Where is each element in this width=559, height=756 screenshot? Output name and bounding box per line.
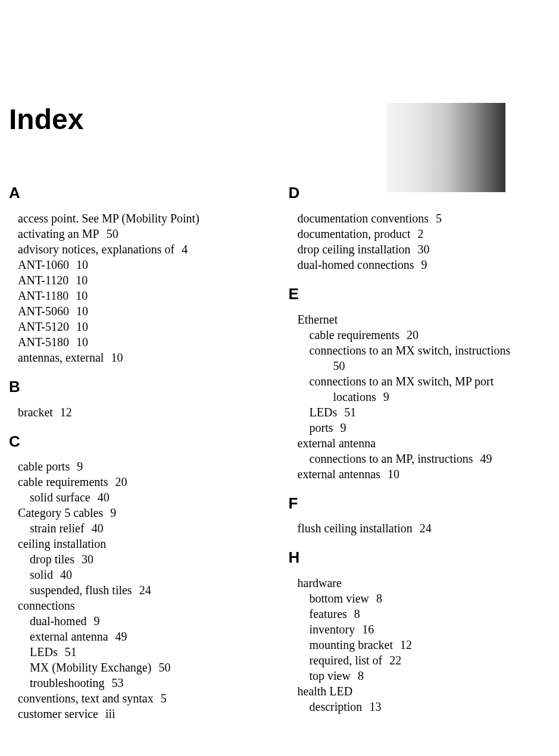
index-entry: conventions, text and syntax5 — [18, 691, 262, 706]
index-term: dual-homed — [30, 614, 87, 628]
index-entry: LEDs51 — [18, 644, 262, 660]
index-entry: features8 — [298, 606, 542, 622]
index-entry: ANT-518010 — [18, 334, 262, 350]
index-term: ANT-5180 — [18, 335, 69, 349]
index-term: external antenna — [298, 437, 376, 450]
index-page-ref: 40 — [60, 567, 72, 582]
index-entry: strain relief40 — [18, 520, 262, 536]
index-term: flush ceiling installation — [298, 522, 413, 535]
index-entry: MX (Mobility Exchange)50 — [18, 660, 262, 675]
index-term: connections to an MP, instructions — [310, 452, 473, 465]
index-term: bracket — [18, 406, 53, 419]
index-term: ANT-1180 — [18, 289, 68, 302]
index-columns: Aaccess point. See MP (Mobility Point)ac… — [18, 183, 541, 722]
index-entry: connections — [18, 598, 262, 613]
index-letter-heading: E — [289, 284, 542, 305]
index-term: cable requirements — [18, 475, 108, 488]
index-term: description — [310, 700, 363, 713]
index-letter-heading: B — [9, 377, 262, 397]
index-entry: documentation conventions5 — [298, 211, 542, 226]
index-letter-heading: H — [289, 548, 542, 568]
index-term: cable ports — [18, 460, 70, 473]
index-term: ANT-5120 — [18, 320, 69, 333]
index-page-ref: 30 — [417, 241, 429, 257]
index-entry: ceiling installation — [18, 536, 262, 551]
index-page-ref: 13 — [369, 699, 381, 714]
index-term: ports — [310, 421, 333, 434]
index-entry: 50 — [298, 358, 542, 374]
index-letter-heading: A — [9, 183, 262, 203]
index-page-ref: 40 — [98, 490, 110, 505]
index-entry: bottom view8 — [298, 591, 542, 606]
index-page-ref: 51 — [65, 644, 77, 660]
index-page-ref: 20 — [407, 327, 419, 343]
index-entry: ANT-512010 — [18, 319, 262, 334]
index-entry: connections to an MX switch, MP port — [298, 374, 542, 389]
index-page-ref: 9 — [110, 505, 116, 520]
index-entry: Ethernet — [298, 312, 542, 327]
index-term: required, list of — [310, 654, 383, 667]
index-term: documentation, product — [298, 227, 411, 240]
index-term: documentation conventions — [298, 212, 429, 225]
index-page-ref: 12 — [400, 637, 412, 653]
index-page-ref: 53 — [112, 675, 124, 691]
index-term: antennas, external — [18, 351, 104, 364]
index-term: activating an MP — [18, 227, 99, 240]
index-entry: description13 — [298, 699, 542, 714]
index-term: Ethernet — [298, 313, 338, 326]
index-entry: external antenna49 — [18, 629, 262, 644]
index-entry: external antennas10 — [298, 466, 542, 482]
index-term: mounting bracket — [310, 638, 394, 651]
index-term: locations — [333, 390, 376, 403]
index-term: customer service — [18, 707, 98, 720]
index-entry: solid40 — [18, 567, 262, 582]
index-term: connections to an MX switch, instruction… — [310, 344, 511, 357]
index-entry: advisory notices, explanations of4 — [18, 241, 262, 257]
index-page-ref: 9 — [77, 459, 83, 474]
index-entry: customer serviceiii — [18, 706, 262, 722]
index-entry: flush ceiling installation24 — [298, 520, 542, 536]
index-entry: drop tiles30 — [18, 551, 262, 567]
index-page-ref: 30 — [82, 551, 93, 567]
index-letter-heading: C — [9, 432, 262, 452]
index-column-right: Ddocumentation conventions5documentation… — [298, 183, 542, 722]
index-entry: required, list of22 — [298, 653, 542, 668]
index-entry: suspended, flush tiles24 — [18, 582, 262, 598]
index-page-ref: 10 — [76, 272, 88, 288]
index-entry: connections to an MX switch, instruction… — [298, 343, 542, 358]
index-term: LEDs — [310, 406, 338, 419]
index-term: connections — [18, 599, 75, 612]
index-page-ref: 2 — [417, 226, 423, 241]
index-term: drop ceiling installation — [298, 243, 411, 256]
index-term: MX (Mobility Exchange) — [30, 661, 151, 674]
index-page-ref: 10 — [76, 303, 88, 319]
index-page-ref: 40 — [92, 520, 104, 536]
index-page-ref: 10 — [111, 350, 123, 365]
index-page-ref: 49 — [480, 451, 492, 466]
index-page-ref: 10 — [76, 288, 88, 303]
index-page-ref: 9 — [421, 257, 427, 272]
index-entry: locations9 — [298, 389, 542, 404]
index-entry: ports9 — [298, 420, 542, 435]
index-entry: health LED — [298, 683, 542, 699]
index-term: suspended, flush tiles — [30, 584, 132, 597]
index-page-ref: 8 — [354, 606, 360, 622]
index-page-ref: 5 — [161, 691, 167, 706]
index-entry: LEDs51 — [298, 404, 542, 420]
index-term: access point. See MP (Mobility Point) — [18, 212, 199, 225]
index-page-ref: 9 — [383, 389, 389, 404]
header-gradient-strip — [386, 103, 505, 192]
index-entry: drop ceiling installation30 — [298, 241, 542, 257]
index-term: hardware — [298, 576, 342, 589]
index-page-ref: 50 — [158, 660, 170, 675]
index-page-ref: 9 — [94, 613, 100, 629]
index-entry: connections to an MP, instructions49 — [298, 451, 542, 466]
index-page-ref: 50 — [107, 226, 118, 241]
index-term: connections to an MX switch, MP port — [310, 375, 494, 388]
index-entry: antennas, external10 — [18, 350, 262, 365]
index-column-left: Aaccess point. See MP (Mobility Point)ac… — [18, 183, 262, 722]
index-entry: troubleshooting53 — [18, 675, 262, 691]
index-term: strain relief — [30, 522, 85, 535]
index-entry: ANT-118010 — [18, 288, 262, 303]
page: Index Aaccess point. See MP (Mobility Po… — [0, 103, 559, 756]
